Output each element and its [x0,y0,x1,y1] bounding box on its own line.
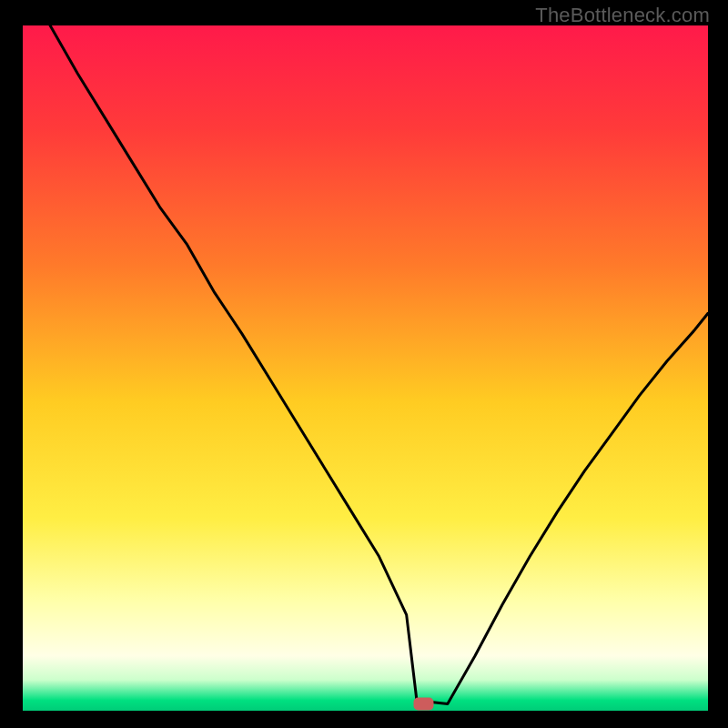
optimal-point-marker [414,697,434,710]
bottleneck-chart [0,0,728,728]
watermark-text: TheBottleneck.com [535,4,710,27]
gradient-background [23,25,708,711]
chart-frame: TheBottleneck.com [0,0,728,728]
plot-area [0,0,728,728]
